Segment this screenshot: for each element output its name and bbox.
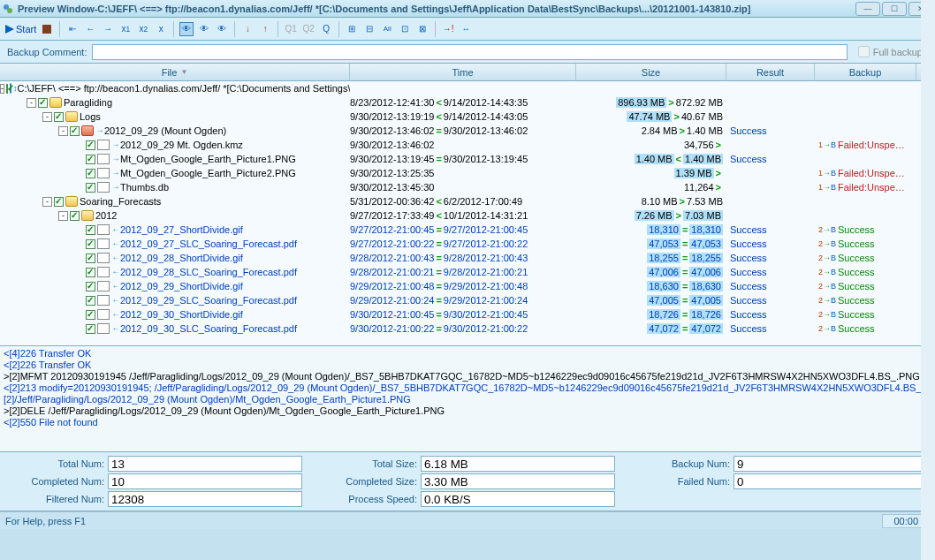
tree-row[interactable]: ←2012_09_29_ShortDivide.gif9/29/2012-21:… [0, 279, 935, 293]
col-file[interactable]: File▼ [0, 64, 350, 80]
col-result[interactable]: Result [726, 64, 815, 80]
expand-toggle[interactable]: - [58, 211, 68, 221]
tool4-icon[interactable]: ⊠ [415, 22, 429, 36]
file-icon [97, 295, 110, 306]
arrow-swap-icon[interactable]: ↔ [459, 22, 473, 36]
status-help: For Help, press F1 [5, 516, 86, 526]
tree-row[interactable]: →Mt_Ogden_Google_Earth_Picture2.PNG9/30/… [0, 166, 935, 180]
row-checkbox[interactable] [86, 268, 95, 277]
row-checkbox[interactable] [86, 296, 95, 306]
folder-icon [49, 97, 62, 108]
col-time[interactable]: Time [350, 64, 576, 80]
row-checkbox[interactable] [86, 225, 95, 235]
tool-all-icon[interactable]: All [380, 22, 394, 36]
q1-icon[interactable]: Q1 [284, 22, 298, 36]
row-checkbox[interactable] [86, 169, 95, 178]
expand-toggle[interactable]: - [27, 98, 36, 108]
row-checkbox[interactable] [54, 197, 64, 207]
expand-toggle[interactable]: - [58, 126, 68, 136]
row-checkbox[interactable] [86, 239, 95, 249]
expand-toggle[interactable]: - [42, 197, 52, 207]
row-checkbox[interactable] [86, 324, 95, 334]
x-icon[interactable]: x [154, 22, 168, 36]
stop-button[interactable] [40, 22, 54, 36]
q-icon[interactable]: Q [319, 22, 333, 36]
full-backup-check[interactable]: Full backup [858, 46, 923, 57]
row-checkbox[interactable] [86, 183, 95, 193]
tree-row[interactable]: -→2012_09_29 (Mount Ogden)9/30/2012-13:4… [0, 124, 935, 138]
svg-rect-3 [42, 25, 51, 34]
row-name: 2012_09_27_SLC_Soaring_Forecast.pdf [120, 238, 297, 249]
tree-row[interactable]: -20129/27/2012-17:33:49<10/1/2012-14:31:… [0, 208, 935, 223]
tree-row[interactable]: ←2012_09_27_ShortDivide.gif9/27/2012-21:… [0, 223, 935, 237]
sync-arrow-icon: ← [111, 268, 120, 276]
tree-row[interactable]: →2012_09_29 Mt. Ogden.kmz9/30/2012-13:46… [0, 138, 935, 152]
file-icon [97, 140, 110, 150]
tree-row[interactable]: ←2012_09_29_SLC_Soaring_Forecast.pdf9/29… [0, 293, 935, 307]
tree-row[interactable]: -Logs9/30/2012-13:19:19<9/14/2012-14:43:… [0, 110, 935, 124]
x1-icon[interactable]: x1 [118, 22, 133, 36]
down-red-icon[interactable]: ↓ [240, 22, 255, 36]
file-icon [97, 238, 110, 249]
row-checkbox[interactable] [86, 282, 95, 291]
up-red-icon[interactable]: ↑ [258, 22, 272, 36]
expand-toggle[interactable]: - [42, 112, 52, 122]
tree-row[interactable]: →Mt_Ogden_Google_Earth_Picture1.PNG9/30/… [0, 152, 935, 166]
tree-row[interactable]: ←2012_09_28_SLC_Soaring_Forecast.pdf9/28… [0, 265, 935, 279]
view2-icon[interactable]: 👁 [197, 22, 211, 36]
row-name: 2012_09_28_ShortDivide.gif [120, 253, 243, 263]
tree-row[interactable]: ←2012_09_27_SLC_Soaring_Forecast.pdf9/27… [0, 237, 935, 251]
maximize-button[interactable]: ☐ [882, 2, 907, 16]
tree-row[interactable]: ←2012_09_28_ShortDivide.gif9/28/2012-21:… [0, 251, 935, 265]
nav-next-icon[interactable]: → [101, 22, 115, 36]
col-backup[interactable]: Backup [815, 64, 916, 80]
tool2-icon[interactable]: ⊟ [362, 22, 376, 36]
sync-arrow-icon: → [111, 183, 120, 192]
completed-size-field [421, 473, 615, 489]
row-name: 2012_09_27_ShortDivide.gif [120, 224, 243, 235]
toolbar: Start ⇤ ← → x1 x2 x 👁 👁 👁 ↓ ↑ Q1 Q2 Q ⊞ … [0, 18, 935, 41]
col-size[interactable]: Size [576, 64, 726, 80]
row-checkbox[interactable] [86, 310, 95, 320]
q2-icon[interactable]: Q2 [301, 22, 315, 36]
nav-prev-icon[interactable]: ← [83, 22, 97, 36]
nav-first-icon[interactable]: ⇤ [65, 22, 80, 36]
arrow-right-red-icon[interactable]: →! [441, 22, 455, 36]
row-checkbox[interactable] [86, 155, 95, 164]
file-tree[interactable]: -↕C:\JEFF\ <==> ftp://beacon1.dynalias.c… [0, 81, 935, 346]
tree-row[interactable]: -↕C:\JEFF\ <==> ftp://beacon1.dynalias.c… [0, 81, 935, 95]
tool3-icon[interactable]: ⊡ [398, 22, 412, 36]
tree-row[interactable]: -Paragliding8/23/2012-12:41:30<9/14/2012… [0, 95, 935, 110]
sync-arrow-icon: → [95, 126, 104, 135]
row-checkbox[interactable] [86, 254, 95, 263]
view1-icon[interactable]: 👁 [179, 22, 194, 36]
tree-row[interactable]: -Soaring_Forecasts5/31/2012-00:36:42<6/2… [0, 194, 935, 208]
row-checkbox[interactable] [70, 211, 80, 221]
expand-toggle[interactable]: - [0, 84, 4, 94]
tree-row[interactable]: ←2012_09_30_SLC_Soaring_Forecast.pdf9/30… [0, 322, 935, 336]
row-checkbox[interactable] [86, 140, 95, 150]
app-icon [2, 3, 14, 15]
view3-icon[interactable]: 👁 [215, 22, 229, 36]
status-bar: For Help, press F1 00:00 [0, 511, 935, 529]
log-line: <[4]226 Transfer OK [4, 348, 931, 359]
tool1-icon[interactable]: ⊞ [345, 22, 359, 36]
row-name: 2012 [95, 210, 117, 221]
comment-input[interactable] [92, 44, 847, 60]
row-checkbox[interactable] [6, 84, 8, 94]
tree-row[interactable]: →Thumbs.db9/30/2012-13:45:3011,264>1→BFa… [0, 180, 935, 194]
minimize-button[interactable]: — [855, 2, 880, 16]
log-panel[interactable]: <[4]226 Transfer OK<[2]226 Transfer OK>[… [0, 346, 935, 452]
log-line: >[2]DELE /Jeff/Paragliding/Logs/2012_09_… [4, 405, 931, 417]
folder-icon [81, 210, 94, 221]
tree-row[interactable]: ←2012_09_30_ShortDivide.gif9/30/2012-21:… [0, 307, 935, 322]
row-checkbox[interactable] [54, 112, 64, 122]
log-line: <[2]550 File not found [4, 417, 931, 428]
full-backup-checkbox[interactable] [858, 46, 870, 57]
row-checkbox[interactable] [70, 126, 80, 136]
column-headers: File▼ Time Size Result Backup [0, 64, 935, 81]
start-button[interactable]: Start [5, 24, 36, 34]
log-scrollbar[interactable] [921, 346, 935, 452]
x2-icon[interactable]: x2 [136, 22, 150, 36]
row-checkbox[interactable] [38, 98, 48, 108]
